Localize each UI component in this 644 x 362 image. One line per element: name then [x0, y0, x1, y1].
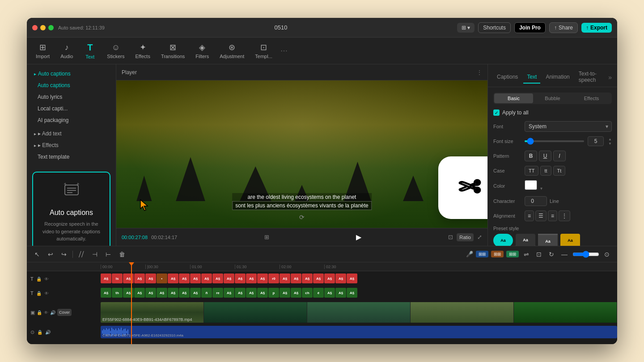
- clip[interactable]: A§: [123, 274, 134, 283]
- grid-icon[interactable]: ⊞: [264, 234, 269, 240]
- toolbar-more-button[interactable]: ⋯: [278, 45, 290, 57]
- clip[interactable]: é: [313, 288, 324, 298]
- track-link-2[interactable]: ⊞⊞: [491, 251, 504, 257]
- clip[interactable]: A§: [168, 274, 178, 283]
- character-input[interactable]: [525, 196, 547, 206]
- clip[interactable]: A§: [179, 274, 190, 283]
- tab-text-to-speech[interactable]: Text-to-speech: [575, 68, 606, 87]
- sidebar-item-ai-packaging[interactable]: AI packaging: [30, 114, 112, 126]
- clip[interactable]: A§: [134, 288, 145, 298]
- select-tool-button[interactable]: ↖: [32, 249, 42, 259]
- align-left-button[interactable]: ≡: [525, 210, 534, 221]
- clip[interactable]: A§: [257, 274, 268, 283]
- clip[interactable]: A§: [313, 274, 324, 283]
- clip[interactable]: A§: [190, 274, 201, 283]
- toolbar-item-stickers[interactable]: ☺ Stickers: [102, 41, 130, 61]
- video-audio-icon[interactable]: 🔊: [50, 310, 55, 315]
- clip[interactable]: A§: [212, 274, 223, 283]
- track-link-3[interactable]: ⊞⊞: [506, 251, 519, 257]
- clip[interactable]: A§: [291, 288, 301, 298]
- timeline-settings-icon[interactable]: ⊙: [602, 249, 612, 259]
- export-button[interactable]: ↑ Export: [581, 23, 612, 33]
- eye-icon-1[interactable]: 👁: [44, 277, 49, 282]
- lock-icon-2[interactable]: 🔒: [36, 291, 42, 296]
- clip[interactable]: ch: [302, 288, 313, 298]
- sidebar-item-auto-lyrics[interactable]: Auto lyrics: [30, 91, 112, 103]
- clip[interactable]: A§: [101, 274, 111, 283]
- clip[interactable]: A§: [179, 288, 190, 298]
- case-upper-button[interactable]: TT: [525, 166, 538, 176]
- sidebar-item-local-capt[interactable]: Local capti...: [30, 103, 112, 114]
- case-title-button[interactable]: Tt: [553, 166, 566, 176]
- align-justify-button[interactable]: ⋮: [559, 210, 570, 221]
- clip[interactable]: A§: [246, 288, 257, 298]
- undo-button[interactable]: ↩: [46, 249, 55, 259]
- audio-lock-icon[interactable]: 🔒: [37, 330, 42, 335]
- play-button[interactable]: ▶: [356, 233, 361, 241]
- tab-text[interactable]: Text: [523, 71, 540, 84]
- section-header-effects[interactable]: ▸ Effects: [30, 139, 112, 151]
- split-button[interactable]: ⧸⧸: [76, 249, 86, 259]
- clip[interactable]: r0: [268, 274, 279, 283]
- toolbar-item-effects[interactable]: ✦ Effects: [130, 41, 155, 61]
- share-button[interactable]: ↑ Share: [549, 22, 578, 33]
- clip[interactable]: A§: [101, 288, 111, 298]
- section-header-add-text[interactable]: ▸ Add text: [30, 128, 112, 139]
- toolbar-item-import[interactable]: ⊞ Import: [30, 41, 55, 61]
- zoom-slider[interactable]: [572, 251, 599, 258]
- trim-end-button[interactable]: ⊢: [103, 249, 113, 259]
- screenshot-icon[interactable]: ⊡: [448, 234, 453, 240]
- align-center-button[interactable]: ☰: [535, 210, 547, 221]
- underline-button[interactable]: U: [539, 151, 551, 161]
- clip[interactable]: p: [268, 288, 279, 298]
- align-right-button[interactable]: ≡: [548, 210, 557, 221]
- layout-button[interactable]: ⊞ ▾: [457, 23, 475, 33]
- clip[interactable]: A§: [134, 274, 145, 283]
- font-size-stepper[interactable]: ▲ ▼: [608, 137, 612, 146]
- player-menu-icon[interactable]: ⋮: [477, 69, 482, 76]
- video-eye-icon[interactable]: 👁: [44, 310, 48, 315]
- toolbar-item-adjustment[interactable]: ⊛ Adjustment: [214, 41, 250, 61]
- case-lower-button[interactable]: tt: [540, 166, 551, 176]
- clip[interactable]: A§: [145, 274, 156, 283]
- zoom-out-button[interactable]: —: [559, 249, 570, 259]
- tab-captions[interactable]: Captions: [493, 71, 521, 84]
- clip[interactable]: A§: [224, 288, 234, 298]
- clip[interactable]: A§: [246, 274, 257, 283]
- clip[interactable]: ▪: [157, 274, 167, 283]
- apply-all-checkbox[interactable]: ✓: [493, 109, 500, 116]
- preset-item-4[interactable]: Aa: [560, 234, 580, 246]
- redo-button[interactable]: ↪: [59, 249, 69, 259]
- ratio-button[interactable]: Ratio: [457, 233, 474, 241]
- clip[interactable]: A§: [157, 288, 167, 298]
- lock-icon-1[interactable]: 🔒: [36, 277, 42, 282]
- clip[interactable]: A§: [324, 288, 335, 298]
- preset-item-2[interactable]: Aa: [516, 234, 535, 246]
- tab-animation[interactable]: Animation: [542, 71, 573, 84]
- clip[interactable]: A§: [347, 288, 357, 298]
- close-button[interactable]: [32, 25, 38, 30]
- sidebar-item-auto-captions[interactable]: Auto captions: [30, 80, 112, 91]
- minimize-button[interactable]: [40, 25, 46, 30]
- fullscreen-icon[interactable]: ⤢: [477, 234, 482, 240]
- toolbar-item-templates[interactable]: ⊡ Templ...: [250, 41, 278, 61]
- sidebar-item-text-template[interactable]: Text template: [30, 151, 112, 163]
- clip[interactable]: A§: [235, 288, 246, 298]
- italic-button[interactable]: I: [553, 151, 566, 161]
- tabs-more-icon[interactable]: »: [608, 74, 612, 81]
- clip[interactable]: A§: [257, 288, 268, 298]
- font-select[interactable]: System: [525, 121, 612, 132]
- clip[interactable]: A§: [347, 274, 357, 283]
- clip[interactable]: A§: [123, 288, 134, 298]
- clip[interactable]: A§: [302, 274, 313, 283]
- track-link-1[interactable]: ⊞⊞: [476, 251, 488, 257]
- clip[interactable]: ñ: [201, 288, 212, 298]
- bold-button[interactable]: B: [525, 151, 537, 161]
- clip[interactable]: A§: [224, 274, 234, 283]
- color-swatch[interactable]: [525, 180, 537, 190]
- clip[interactable]: A§: [324, 274, 335, 283]
- clip[interactable]: A§: [145, 288, 156, 298]
- audio-eye-icon[interactable]: 🔊: [45, 330, 51, 335]
- clip[interactable]: re: [212, 288, 223, 298]
- clip[interactable]: A§: [280, 288, 290, 298]
